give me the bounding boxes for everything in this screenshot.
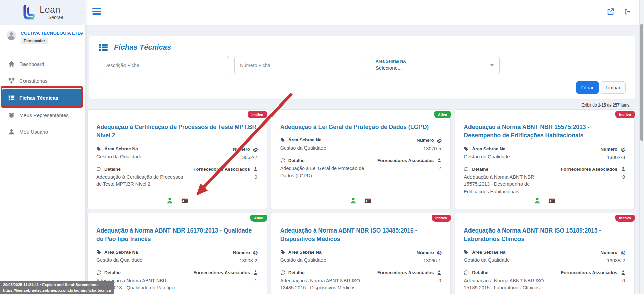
card-title: Adequação à Norma ABNT NBR ISO 15189:201… bbox=[464, 226, 626, 244]
numero-ficha-input[interactable] bbox=[234, 56, 364, 74]
numero-field: Número@ 13002-3 bbox=[558, 146, 626, 161]
ficha-detail-card-button[interactable] bbox=[365, 197, 371, 204]
select-label: Área Sebrae NA bbox=[376, 59, 494, 64]
chevron-down-icon bbox=[490, 64, 494, 66]
sidebar-item-label: Meu Usuário bbox=[19, 129, 48, 135]
at-icon: @ bbox=[437, 137, 442, 143]
descricao-ficha-input[interactable] bbox=[99, 56, 229, 74]
address-card-icon bbox=[549, 197, 555, 204]
tag-icon bbox=[96, 146, 101, 151]
person-icon bbox=[621, 167, 626, 172]
tag-icon bbox=[464, 146, 469, 151]
user-block: CULTIVA TECNOLOGIA LTDA Fornecedor bbox=[0, 25, 85, 44]
tooltip-line-2: https://leansebraetec.sebraepb.com.br/ad… bbox=[3, 288, 111, 293]
area-field: Área Sebrae Na Gestão da Qualidade bbox=[96, 250, 190, 265]
detalhe-field: Detalhe Adequação à Norma ABNT NBR 15575… bbox=[464, 167, 557, 196]
logout-button[interactable] bbox=[624, 8, 631, 15]
numero-field: Número@ 13003-2 bbox=[190, 250, 258, 265]
limpar-button[interactable]: Limpar bbox=[601, 81, 626, 94]
card-title: Adequação à Lei Geral de Proteção de Dad… bbox=[280, 123, 442, 131]
ficha-card: Ativo Adequação à Norma ABNT NBR 16170:2… bbox=[87, 213, 267, 294]
scrollbar-thumb[interactable] bbox=[640, 24, 643, 141]
results-total: 257 bbox=[613, 103, 620, 108]
status-badge: Inativo bbox=[615, 215, 635, 222]
person-icon bbox=[253, 167, 258, 172]
sidebar-item-consultorias[interactable]: Consultorias bbox=[0, 72, 85, 89]
area-field: Área Sebrae Na Gestão da Qualidade bbox=[96, 146, 190, 161]
sidebar-nav: Dashboard Consultorias Fichas Técnicas bbox=[0, 55, 85, 140]
at-icon: @ bbox=[621, 146, 626, 152]
associate-supplier-button[interactable] bbox=[534, 197, 541, 204]
select-value: Selecione... bbox=[376, 65, 494, 71]
user-name: CULTIVA TECNOLOGIA LTDA bbox=[21, 31, 83, 36]
sidebar-item-label: Dashboard bbox=[19, 61, 44, 67]
scrollbar-track[interactable] bbox=[639, 0, 644, 294]
hamburger-menu-button[interactable] bbox=[92, 8, 101, 15]
ficha-card: Inativo Adequação à Norma ABNT NBR 15575… bbox=[455, 109, 635, 209]
associate-supplier-button[interactable] bbox=[350, 197, 357, 204]
at-icon: @ bbox=[621, 250, 626, 255]
brand-logo[interactable]: Lean Sebrae bbox=[0, 0, 85, 25]
numero-field: Número@ 13052-2 bbox=[190, 146, 258, 161]
fornecedores-field: Fornecedores Associados 2 bbox=[374, 158, 442, 180]
person-icon bbox=[621, 270, 626, 275]
area-sebrae-select[interactable]: Área Sebrae NA Selecione... bbox=[370, 56, 500, 74]
status-badge: Inativo bbox=[615, 111, 635, 118]
sidebar-item-meu-usuario[interactable]: Meu Usuário bbox=[0, 123, 85, 140]
ficha-detail-card-button[interactable] bbox=[549, 197, 555, 204]
address-card-icon bbox=[365, 197, 371, 204]
fornecedores-field: Fornecedores Associados 0 bbox=[374, 270, 442, 292]
area-field: Área Sebrae Na Gestão da Qualidade bbox=[280, 137, 374, 153]
fornecedores-field: Fornecedores Associados 0 bbox=[558, 167, 626, 196]
brand-name: Lean bbox=[40, 5, 63, 14]
sidebar-item-fichas-tecnicas[interactable]: Fichas Técnicas bbox=[2, 89, 83, 107]
area-field: Área Sebrae Na Gestão da Qualidade bbox=[280, 250, 374, 265]
comment-icon bbox=[464, 270, 469, 275]
detalhe-field: Detalhe Adequação à Norma ABNT NBR ISO 1… bbox=[280, 270, 374, 292]
tag-icon bbox=[464, 250, 469, 255]
person-icon bbox=[437, 158, 442, 163]
page-title: Fichas Técnicas bbox=[114, 43, 171, 52]
brand-subtitle: Sebrae bbox=[48, 15, 63, 20]
card-title: Adequação à Certificação de Processos de… bbox=[96, 123, 258, 140]
sidebar-item-meus-representantes[interactable]: Meus Representantes bbox=[0, 107, 85, 123]
fornecedores-field: Fornecedores Associados 0 bbox=[190, 167, 258, 188]
user-tie-icon bbox=[166, 197, 173, 204]
box-open-icon bbox=[8, 112, 15, 118]
status-badge: Ativo bbox=[434, 111, 451, 118]
comment-icon bbox=[464, 167, 469, 172]
numero-field: Número@ 13038-2 bbox=[558, 250, 626, 265]
person-icon bbox=[437, 270, 442, 275]
associate-supplier-button[interactable] bbox=[166, 197, 173, 204]
avatar bbox=[7, 31, 16, 40]
results-range: 1-15 bbox=[598, 103, 606, 108]
external-link-button[interactable] bbox=[607, 8, 614, 15]
sidebar-item-dashboard[interactable]: Dashboard bbox=[0, 55, 85, 72]
filtrar-button[interactable]: Filtrar bbox=[576, 81, 599, 94]
sidebar-item-label: Fichas Técnicas bbox=[19, 95, 58, 101]
numero-field: Número@ 13066-1 bbox=[374, 250, 442, 265]
tooltip-line-1: 20/05/2025 11:21:41 • Explain and Send S… bbox=[3, 282, 111, 288]
ficha-card: Inativo Adequação à Norma ABNT NBR ISO 1… bbox=[455, 213, 635, 294]
tag-icon bbox=[96, 250, 101, 255]
sidebar-item-label: Meus Representantes bbox=[19, 112, 69, 118]
user-role-badge: Fornecedor bbox=[21, 38, 48, 44]
logout-icon bbox=[624, 8, 631, 15]
detalhe-field: Detalhe Adequação à Norma ABNT NBR ISO 1… bbox=[464, 270, 557, 292]
topbar bbox=[85, 0, 639, 25]
topbar-actions bbox=[607, 8, 631, 15]
card-title: Adequação à Norma ABNT NBR 15575:2013 - … bbox=[464, 123, 626, 140]
diagram-icon bbox=[8, 78, 15, 84]
card-title: Adequação à Norma ABNT NBR ISO 13485:201… bbox=[280, 226, 442, 244]
ficha-card: Inativo Adequação à Norma ABNT NBR ISO 1… bbox=[271, 213, 451, 294]
fornecedores-field: Fornecedores Associados 0 bbox=[558, 270, 626, 292]
user-tie-icon bbox=[350, 197, 357, 204]
comment-icon bbox=[96, 167, 101, 172]
ficha-detail-card-button[interactable] bbox=[181, 197, 188, 204]
area-field: Área Sebrae Na Gestão da Qualidade bbox=[464, 146, 557, 161]
detalhe-field: Detalhe Adequação à Certificação de Proc… bbox=[96, 167, 190, 188]
fornecedores-field: Fornecedores Associados 1 bbox=[190, 270, 258, 294]
lean-logo-icon bbox=[21, 5, 37, 20]
external-link-icon bbox=[607, 8, 614, 15]
sidebar: Lean Sebrae CULTIVA TECNOLOGIA LTDA Forn… bbox=[0, 0, 85, 294]
